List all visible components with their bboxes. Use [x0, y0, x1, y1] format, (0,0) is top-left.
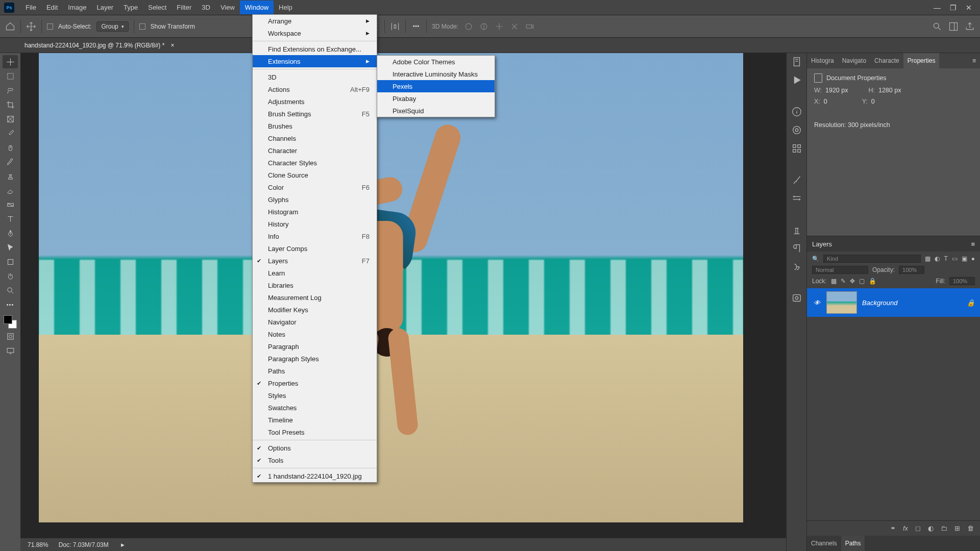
lock-artboard-icon[interactable]: ▢	[859, 278, 865, 285]
show-transform-checkbox[interactable]	[139, 23, 145, 30]
menu-item[interactable]: ✔LayersF7	[253, 255, 377, 267]
lock-icon[interactable]: 🔒	[967, 299, 975, 307]
menu-file[interactable]: File	[20, 1, 41, 14]
layer-name[interactable]: Background	[862, 299, 897, 307]
screen-mode-tool[interactable]	[3, 344, 18, 357]
layer-row[interactable]: 👁 Background 🔒	[807, 288, 980, 317]
gradient-tool[interactable]	[3, 198, 18, 211]
eyedropper-tool[interactable]	[3, 127, 18, 140]
filter-type-icon[interactable]: T	[944, 255, 947, 262]
menu-item[interactable]: Tool Presets	[253, 426, 377, 438]
tab-navigator[interactable]: Navigato	[838, 53, 870, 68]
window-menu[interactable]: Arrange▶Workspace▶Find Extensions on Exc…	[252, 14, 377, 483]
status-menu-icon[interactable]: ▶	[121, 542, 125, 547]
type-tool[interactable]	[3, 212, 18, 226]
blend-mode-dropdown[interactable]: Normal	[812, 266, 868, 274]
home-icon[interactable]	[5, 21, 15, 32]
filter-pixel-icon[interactable]: ▦	[925, 255, 930, 262]
menu-item[interactable]: ✔Properties	[253, 377, 377, 389]
menu-filter[interactable]: Filter	[172, 1, 197, 14]
minimize-button[interactable]: —	[934, 4, 941, 12]
workspace-icon[interactable]	[948, 21, 959, 32]
menu-item[interactable]: Timeline	[253, 414, 377, 426]
group-layers-icon[interactable]: 🗀	[941, 524, 947, 532]
layer-fx-icon[interactable]: fx	[903, 524, 908, 532]
healing-brush-tool[interactable]	[3, 141, 18, 154]
color-panel-icon[interactable]	[791, 124, 802, 136]
zoom-tool[interactable]	[3, 284, 18, 297]
layers-panel-title[interactable]: Layers	[812, 240, 832, 248]
filter-shape-icon[interactable]: ▭	[952, 255, 958, 262]
menu-item[interactable]: ✔Tools	[253, 454, 377, 466]
menu-select[interactable]: Select	[143, 1, 172, 14]
panel-menu-icon[interactable]: ≡	[968, 57, 980, 64]
shape-tool[interactable]	[3, 255, 18, 268]
menu-item[interactable]: Workspace▶	[253, 27, 377, 39]
canvas[interactable]	[39, 53, 743, 522]
menu-item[interactable]: Notes	[253, 328, 377, 340]
zoom-level[interactable]: 71.88%	[28, 541, 48, 548]
tab-paths[interactable]: Paths	[841, 536, 865, 551]
brush-settings-panel-icon[interactable]	[791, 193, 802, 204]
brush-tool[interactable]	[3, 155, 18, 168]
menu-item[interactable]: Clone Source	[253, 169, 377, 181]
crop-tool[interactable]	[3, 98, 18, 111]
auto-select-dropdown[interactable]: Group▾	[96, 21, 128, 32]
paragraph-panel-icon[interactable]	[791, 243, 802, 254]
swatches-panel-icon[interactable]	[791, 143, 802, 154]
opacity-input[interactable]: 100%	[899, 266, 924, 274]
fill-input[interactable]: 100%	[949, 277, 975, 285]
delete-layer-icon[interactable]: 🗑	[967, 524, 974, 532]
move-tool-icon[interactable]	[26, 21, 36, 32]
eraser-tool[interactable]	[3, 184, 18, 197]
tab-character[interactable]: Characte	[870, 53, 903, 68]
filter-adjust-icon[interactable]: ◐	[935, 255, 940, 262]
menu-item[interactable]: Pixabay	[377, 92, 495, 105]
menu-item[interactable]: Interactive Luminosity Masks	[377, 68, 495, 80]
adjustment-layer-icon[interactable]: ◐	[928, 524, 934, 532]
menu-item[interactable]: ActionsAlt+F9	[253, 83, 377, 95]
glyphs-panel-icon[interactable]	[791, 261, 802, 272]
menu-edit[interactable]: Edit	[41, 1, 63, 14]
menu-item[interactable]: Character	[253, 144, 377, 157]
filter-smart-icon[interactable]: ▣	[962, 255, 967, 262]
menu-item[interactable]: Adobe Color Themes	[377, 56, 495, 68]
layer-filter-input[interactable]: Kind	[823, 255, 921, 263]
lock-transparency-icon[interactable]: ▩	[831, 278, 837, 285]
menu-item[interactable]: Navigator	[253, 316, 377, 328]
menu-item[interactable]: Paths	[253, 365, 377, 377]
menu-item[interactable]: Measurement Log	[253, 291, 377, 304]
menu-3d[interactable]: 3D	[197, 1, 215, 14]
maximize-button[interactable]: ❐	[950, 4, 957, 12]
menu-item[interactable]: Channels	[253, 132, 377, 144]
foreground-color[interactable]	[4, 315, 12, 324]
quick-mask-tool[interactable]	[3, 330, 18, 343]
actions-panel-icon[interactable]	[791, 74, 802, 86]
edit-toolbar[interactable]: •••	[3, 298, 18, 311]
close-button[interactable]: ✕	[966, 4, 972, 12]
link-layers-icon[interactable]: ⚭	[890, 524, 896, 532]
menu-item[interactable]: History	[253, 218, 377, 230]
clone-source-panel-icon[interactable]	[791, 224, 802, 236]
visibility-icon[interactable]: 👁	[812, 299, 821, 307]
tab-histogram[interactable]: Histogra	[807, 53, 838, 68]
tab-channels[interactable]: Channels	[807, 536, 841, 551]
panel-menu-icon[interactable]: ≡	[971, 240, 975, 248]
menu-item[interactable]: Styles	[253, 389, 377, 402]
menu-item[interactable]: 3D	[253, 71, 377, 83]
menu-item[interactable]: Extensions▶	[253, 55, 377, 67]
menu-window[interactable]: Window	[240, 1, 274, 14]
menu-view[interactable]: View	[215, 1, 240, 14]
menu-image[interactable]: Image	[63, 1, 91, 14]
frame-tool[interactable]	[3, 112, 18, 126]
layer-thumbnail[interactable]	[826, 291, 857, 314]
menu-item[interactable]: Pexels	[377, 80, 495, 92]
menu-item[interactable]: Brushes	[253, 120, 377, 132]
extensions-submenu[interactable]: Adobe Color ThemesInteractive Luminosity…	[377, 55, 495, 117]
lasso-tool[interactable]	[3, 84, 18, 97]
close-tab-icon[interactable]: ×	[170, 42, 174, 49]
brushes-panel-icon[interactable]	[791, 174, 802, 186]
menu-item[interactable]: ColorF6	[253, 181, 377, 193]
menu-item[interactable]: Adjustments	[253, 95, 377, 108]
menu-item[interactable]: Libraries	[253, 279, 377, 291]
